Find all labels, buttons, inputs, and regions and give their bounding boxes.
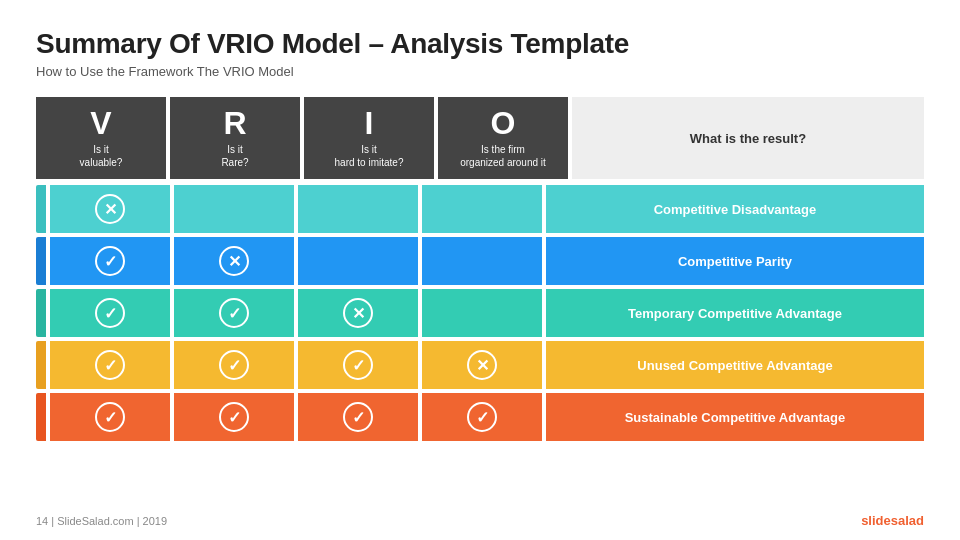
check-icon: ✓ [95,402,125,432]
row5-accent [36,393,46,441]
check-icon: ✓ [219,350,249,380]
row2-accent [36,237,46,285]
row4-r-cell: ✓ [174,341,294,389]
i-sub: Is ithard to imitate? [335,143,404,169]
table-row: ✓ ✕ Competitive Parity [36,237,924,285]
row3-o-cell [422,289,542,337]
check-icon: ✓ [343,350,373,380]
row4-accent [36,341,46,389]
row5-o-cell: ✓ [422,393,542,441]
header-r: R Is itRare? [170,97,300,179]
row4-v-cell: ✓ [50,341,170,389]
cross-icon: ✕ [467,350,497,380]
o-letter: O [491,107,516,139]
o-sub: Is the firmorganized around it [460,143,546,169]
row1-result: Competitive Disadvantage [546,185,924,233]
cross-icon: ✕ [343,298,373,328]
table-row: ✕ Competitive Disadvantage [36,185,924,233]
check-icon: ✓ [95,350,125,380]
row5-r-cell: ✓ [174,393,294,441]
cross-icon: ✕ [95,194,125,224]
row3-accent [36,289,46,337]
slide: Summary Of VRIO Model – Analysis Templat… [0,0,960,540]
row1-v-cell: ✕ [50,185,170,233]
row5-result: Sustainable Competitive Advantage [546,393,924,441]
row4-o-cell: ✕ [422,341,542,389]
footer: 14 | SlideSalad.com | 2019 slidesalad [36,513,924,528]
row2-i-cell [298,237,418,285]
table-row: ✓ ✓ ✕ Temporary Competitive Advantage [36,289,924,337]
brand-plain: slide [861,513,891,528]
header-o: O Is the firmorganized around it [438,97,568,179]
row3-v-cell: ✓ [50,289,170,337]
row3-r-cell: ✓ [174,289,294,337]
row1-r-cell [174,185,294,233]
footer-left: 14 | SlideSalad.com | 2019 [36,515,167,527]
table-body: ✕ Competitive Disadvantage ✓ ✕ Competiti… [36,185,924,441]
header-i: I Is ithard to imitate? [304,97,434,179]
vrio-table: V Is itvaluable? R Is itRare? I Is ithar… [36,97,924,441]
r-letter: R [223,107,246,139]
brand-accent: salad [891,513,924,528]
row2-result: Competitive Parity [546,237,924,285]
row1-o-cell [422,185,542,233]
row1-i-cell [298,185,418,233]
header-result: What is the result? [572,97,924,179]
page-subtitle: How to Use the Framework The VRIO Model [36,64,924,79]
cross-icon: ✕ [219,246,249,276]
table-row: ✓ ✓ ✓ ✓ Sustainable Competitive Advantag… [36,393,924,441]
row4-i-cell: ✓ [298,341,418,389]
row1-accent [36,185,46,233]
page-title: Summary Of VRIO Model – Analysis Templat… [36,28,924,60]
check-icon: ✓ [95,298,125,328]
row4-result: Unused Competitive Advantage [546,341,924,389]
row3-i-cell: ✕ [298,289,418,337]
row2-o-cell [422,237,542,285]
check-icon: ✓ [467,402,497,432]
i-letter: I [365,107,374,139]
row2-v-cell: ✓ [50,237,170,285]
check-icon: ✓ [343,402,373,432]
table-header: V Is itvaluable? R Is itRare? I Is ithar… [36,97,924,179]
row5-v-cell: ✓ [50,393,170,441]
check-icon: ✓ [219,298,249,328]
v-letter: V [90,107,111,139]
table-row: ✓ ✓ ✓ ✕ Unused Competitive Advantage [36,341,924,389]
v-sub: Is itvaluable? [80,143,123,169]
footer-brand: slidesalad [861,513,924,528]
r-sub: Is itRare? [221,143,248,169]
row3-result: Temporary Competitive Advantage [546,289,924,337]
row2-r-cell: ✕ [174,237,294,285]
check-icon: ✓ [219,402,249,432]
header-v: V Is itvaluable? [36,97,166,179]
row5-i-cell: ✓ [298,393,418,441]
check-icon: ✓ [95,246,125,276]
